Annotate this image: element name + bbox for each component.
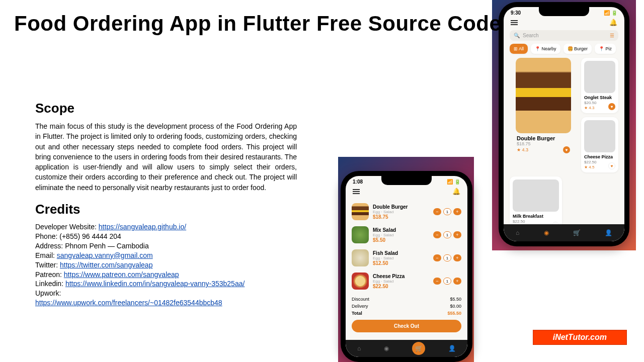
cart-item-price: $12.50	[373, 260, 429, 266]
bell-icon[interactable]: 🔔	[452, 188, 460, 195]
qty-minus[interactable]: −	[433, 254, 441, 261]
credit-line: Patreon: https://www.patreon.com/sangval…	[35, 270, 297, 280]
nav-home-icon[interactable]: ⌂	[516, 229, 519, 236]
category-chip[interactable]: 📍 Piz	[595, 44, 616, 54]
qty-plus[interactable]: +	[453, 254, 461, 261]
qty-plus[interactable]: +	[453, 208, 461, 215]
site-badge: iNetTutor.com	[533, 330, 627, 345]
qty-value: 1	[443, 278, 451, 285]
cart-row: Double BurgerEgg · Salad$18.75−1+	[352, 200, 461, 223]
product-image	[584, 120, 615, 152]
nav-home-icon[interactable]: ⌂	[357, 345, 361, 352]
qty-minus[interactable]: −	[433, 278, 441, 285]
product-title: Milk Breakfast	[513, 214, 559, 219]
featured-rating: ★ 4.3	[517, 147, 528, 152]
total-label: Total	[352, 311, 362, 316]
scope-text: The main focus of this study is the deve…	[35, 121, 297, 193]
heart-icon[interactable]: ♥	[563, 146, 570, 153]
credit-link[interactable]: https://www.upwork.com/freelancers/~0148…	[35, 299, 222, 307]
nav-profile-icon[interactable]: 👤	[448, 345, 456, 352]
credit-line: Linkedin: https://www.linkedin.com/in/sa…	[35, 279, 297, 289]
category-chip[interactable]: 📍 Nearby	[531, 44, 560, 54]
credit-link[interactable]: https://sangvaleap.github.io/	[99, 223, 186, 231]
credit-link[interactable]: https://www.patreon.com/sangvaleap	[64, 270, 179, 279]
app-topbar: 🔔	[504, 17, 624, 29]
product-card[interactable]: Milk Breakfast$22.50★ 4.3♥	[510, 176, 562, 232]
cart-item-price: $5.50	[373, 237, 429, 243]
hamburger-icon[interactable]	[353, 189, 360, 194]
heart-icon[interactable]: ♥	[608, 162, 615, 169]
cart-item-image	[352, 226, 369, 243]
cart-item-sub: Egg · Salad	[373, 233, 429, 237]
cart-list: Double BurgerEgg · Salad$18.75−1+Mix Sal…	[346, 198, 467, 295]
credit-link[interactable]: sangvaleap.vanny@gmail.com	[57, 251, 153, 259]
nav-cart-icon[interactable]: 🛒	[573, 229, 581, 236]
nav-compass-icon[interactable]: ◉	[544, 229, 549, 236]
clock: 1:08	[353, 179, 363, 185]
delivery-value: $0.00	[450, 304, 461, 309]
credit-link[interactable]: https://www.linkedin.com/in/sangvaleap-v…	[65, 280, 245, 288]
search-placeholder: Search	[523, 33, 539, 38]
status-icons: 📶 🔋	[604, 10, 617, 16]
product-image	[584, 61, 615, 93]
category-chips: ⊞ All📍 Nearby🍔 Burger📍 Piz	[504, 44, 624, 58]
phone-mockup-cart: 1:08📶 🔋 🔔 Double BurgerEgg · Salad$18.75…	[341, 171, 472, 362]
cart-item-name: Double Burger	[373, 204, 429, 210]
cart-item-sub: Egg · Salad	[373, 279, 429, 284]
credit-link[interactable]: https://twitter.com/sangvaleap	[60, 261, 152, 269]
bottom-nav: ⌂ ◉ 🛒 👤	[346, 340, 467, 357]
qty-value: 1	[443, 231, 451, 238]
discount-value: $5.50	[450, 297, 461, 302]
featured-title: Double Burger	[517, 135, 570, 141]
clock: 9:30	[511, 10, 521, 16]
discount-label: Discount	[352, 297, 369, 302]
credit-line: Address: Phnom Penh — Cambodia	[35, 241, 297, 251]
total-value: $55.50	[447, 311, 461, 316]
cart-item-sub: Egg · Salad	[373, 210, 429, 214]
nav-cart-icon[interactable]: 🛒	[412, 342, 425, 355]
product-card[interactable]: Onglet Steak$20.50★ 4.3♥	[581, 58, 618, 113]
featured-image[interactable]	[516, 58, 571, 133]
phone-notch	[539, 7, 589, 16]
cart-item-price: $18.75	[373, 214, 429, 220]
credit-line: https://www.upwork.com/freelancers/~0148…	[35, 298, 297, 308]
delivery-label: Delivery	[352, 304, 368, 309]
qty-stepper: −1+	[433, 231, 461, 238]
cart-item-sub: Egg · Salad	[373, 256, 429, 260]
cart-item-name: Cheese Pizza	[373, 274, 429, 279]
credit-line: Twitter: https://twitter.com/sangvaleap	[35, 260, 297, 270]
qty-plus[interactable]: +	[453, 231, 461, 238]
checkout-button[interactable]: Check Out	[352, 320, 461, 332]
nav-compass-icon[interactable]: ◉	[384, 345, 389, 352]
qty-minus[interactable]: −	[433, 208, 441, 215]
qty-stepper: −1+	[433, 254, 461, 261]
credits-heading: Credits	[35, 202, 297, 217]
product-card[interactable]: Cheese Pizza$22.50★ 4.5♥	[581, 117, 618, 172]
category-chip[interactable]: ⊞ All	[510, 44, 528, 54]
qty-plus[interactable]: +	[453, 278, 461, 285]
nav-profile-icon[interactable]: 👤	[605, 229, 612, 236]
content-column: Scope The main focus of this study is th…	[35, 101, 297, 308]
category-chip[interactable]: 🍔 Burger	[564, 44, 592, 54]
product-title: Onglet Steak	[584, 95, 615, 100]
qty-stepper: −1+	[433, 278, 461, 285]
cart-item-name: Fish Salad	[373, 250, 429, 256]
scope-heading: Scope	[35, 101, 297, 116]
search-input[interactable]: 🔍 Search☰	[510, 30, 618, 41]
filter-icon[interactable]: ☰	[610, 33, 614, 38]
cart-row: Fish SaladEgg · Salad$12.50−1+	[352, 246, 461, 269]
qty-value: 1	[443, 254, 451, 261]
credit-line: Phone: (+855) 96 4444 204	[35, 232, 297, 241]
bottom-nav: ⌂ ◉ 🛒 👤	[504, 224, 624, 241]
cart-item-image	[352, 249, 369, 266]
credit-line: Upwork:	[35, 289, 297, 298]
qty-stepper: −1+	[433, 208, 461, 215]
cart-row: Cheese PizzaEgg · Salad$22.50−1+	[352, 269, 461, 293]
app-topbar: 🔔	[346, 186, 467, 198]
bell-icon[interactable]: 🔔	[609, 19, 617, 26]
product-image	[513, 179, 559, 212]
qty-minus[interactable]: −	[433, 231, 441, 238]
qty-value: 1	[443, 208, 451, 215]
heart-icon[interactable]: ♥	[608, 103, 615, 110]
hamburger-icon[interactable]	[511, 20, 518, 25]
